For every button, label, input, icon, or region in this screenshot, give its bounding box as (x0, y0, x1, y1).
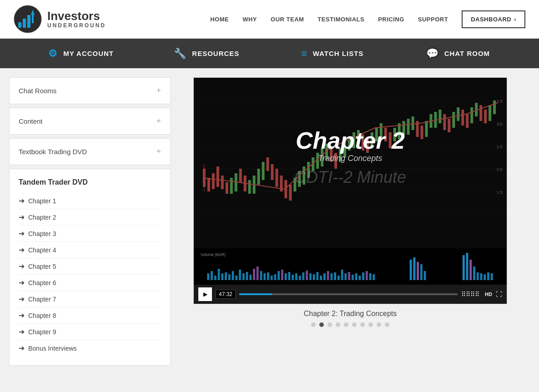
chat-room-nav[interactable]: 💬 CHAT ROOM (395, 48, 521, 60)
dot-2[interactable] (319, 322, 324, 327)
resources-nav[interactable]: 🔧 RESOURCES (144, 48, 269, 60)
svg-rect-25 (257, 169, 260, 185)
svg-rect-95 (246, 272, 248, 280)
svg-rect-115 (316, 272, 318, 280)
logo-text: Investors UNDERGROUND (47, 10, 106, 29)
svg-rect-92 (235, 276, 237, 280)
dashboard-button[interactable]: DASHBOARD › (462, 10, 525, 28)
svg-rect-72 (470, 107, 473, 123)
svg-rect-99 (260, 271, 262, 280)
svg-rect-90 (228, 274, 231, 280)
top-navigation: Investors UNDERGROUND HOME WHY OUR TEAM … (0, 0, 539, 39)
svg-rect-1 (18, 22, 21, 28)
chat-rooms-item[interactable]: Chat Rooms + (9, 77, 171, 104)
chapter-7-item[interactable]: ➜ Chapter 7 (19, 291, 161, 307)
svg-rect-119 (330, 273, 332, 280)
svg-rect-5 (32, 15, 34, 23)
svg-rect-32 (289, 185, 292, 201)
chat-rooms-label: Chat Rooms (19, 87, 56, 95)
svg-rect-137 (463, 255, 465, 280)
svg-rect-128 (362, 272, 364, 280)
svg-rect-141 (477, 272, 479, 280)
svg-rect-144 (487, 272, 489, 280)
svg-rect-127 (358, 276, 361, 280)
video-screen: 3.5 3.0 2.5 2.0 1.5 Chapter 2 Trading Co… (194, 78, 507, 248)
chapter-4-item[interactable]: ➜ Chapter 4 (19, 242, 161, 258)
nav-testimonials[interactable]: TESTIMONIALS (317, 16, 364, 23)
dot-7[interactable] (360, 322, 365, 327)
svg-rect-23 (248, 180, 251, 194)
progress-bar[interactable] (239, 293, 458, 295)
svg-rect-70 (461, 110, 464, 126)
svg-rect-131 (373, 274, 375, 280)
video-container: 3.5 3.0 2.5 2.0 1.5 Chapter 2 Trading Co… (193, 77, 507, 304)
chapter-1-item[interactable]: ➜ Chapter 1 (19, 193, 161, 209)
chapter-5-item[interactable]: ➜ Chapter 5 (19, 258, 161, 275)
nav-home[interactable]: HOME (210, 16, 229, 23)
chart-chapter-subtitle: Trading Concepts (294, 154, 406, 163)
video-caption: Chapter 2: Trading Concepts (304, 310, 397, 318)
nav-our-team[interactable]: OUR TEAM (271, 16, 304, 23)
svg-rect-136 (424, 271, 426, 280)
nav-why[interactable]: WHY (242, 16, 257, 23)
dot-10[interactable] (385, 322, 389, 327)
svg-rect-69 (457, 107, 459, 121)
svg-rect-29 (275, 169, 278, 187)
chapter-2-item[interactable]: ➜ Chapter 2 (19, 209, 161, 226)
svg-rect-26 (262, 162, 265, 180)
svg-rect-130 (369, 273, 372, 280)
progress-fill (239, 293, 272, 295)
svg-rect-124 (348, 272, 350, 280)
svg-rect-84 (207, 273, 209, 280)
dot-8[interactable] (368, 322, 373, 327)
svg-rect-133 (413, 257, 415, 280)
list-icon: ≡ (301, 48, 307, 60)
dot-9[interactable] (377, 322, 381, 327)
arrow-icon-10: ➜ (19, 344, 25, 352)
svg-rect-86 (214, 276, 217, 280)
svg-text:3.5: 3.5 (497, 99, 502, 104)
arrow-icon-3: ➜ (19, 229, 25, 238)
tandem-section-title: Tandem Trader DVD (19, 178, 161, 186)
dot-1[interactable] (311, 322, 316, 327)
play-button[interactable]: ▶ (198, 287, 212, 301)
fullscreen-icon[interactable]: ⛶ (496, 291, 502, 298)
my-account-nav[interactable]: ⚙ MY ACCOUNT (18, 48, 144, 60)
svg-rect-98 (257, 266, 259, 280)
dot-5[interactable] (344, 322, 348, 327)
chapter-8-item[interactable]: ➜ Chapter 8 (19, 307, 161, 324)
chart-background: 3.5 3.0 2.5 2.0 1.5 Chapter 2 Trading Co… (194, 78, 507, 248)
svg-rect-134 (417, 262, 419, 280)
chevron-down-icon: › (514, 16, 516, 23)
arrow-icon-4: ➜ (19, 246, 25, 254)
svg-rect-71 (466, 114, 468, 128)
svg-rect-107 (288, 272, 290, 280)
svg-rect-142 (480, 273, 483, 280)
video-controls: ▶ 47:32 ⠿⠿⠿⠿ HD ⛶ (194, 285, 507, 304)
volume-chart: Volume (BAR) (198, 251, 502, 282)
svg-rect-28 (271, 164, 274, 180)
nav-pricing[interactable]: PRICING (378, 16, 404, 23)
dot-3[interactable] (327, 322, 332, 327)
content-label: Content (19, 117, 43, 125)
gear-icon: ⚙ (48, 48, 58, 60)
svg-rect-75 (484, 110, 487, 123)
arrow-icon-6: ➜ (19, 278, 25, 287)
tandem-trader-section: Tandem Trader DVD ➜ Chapter 1 ➜ Chapter … (9, 169, 171, 366)
chapter-3-item[interactable]: ➜ Chapter 3 (19, 226, 161, 242)
chapter-6-item[interactable]: ➜ Chapter 6 (19, 275, 161, 291)
nav-support[interactable]: SUPPORT (418, 16, 448, 23)
plus-icon: + (156, 86, 161, 95)
dot-4[interactable] (336, 322, 340, 327)
bonus-interviews-item[interactable]: ➜ Bonus Interviews (19, 340, 161, 356)
textbook-dvd-item[interactable]: Textbook Trading DVD + (9, 138, 171, 165)
svg-rect-66 (443, 114, 446, 130)
content-item[interactable]: Content + (9, 108, 171, 135)
svg-rect-113 (309, 273, 312, 280)
watch-lists-nav[interactable]: ≡ WATCH LISTS (270, 48, 395, 60)
dot-6[interactable] (352, 322, 357, 327)
chapter-9-item[interactable]: ➜ Chapter 9 (19, 324, 161, 340)
svg-rect-116 (320, 276, 322, 280)
svg-rect-58 (407, 119, 410, 135)
svg-rect-101 (267, 272, 269, 280)
